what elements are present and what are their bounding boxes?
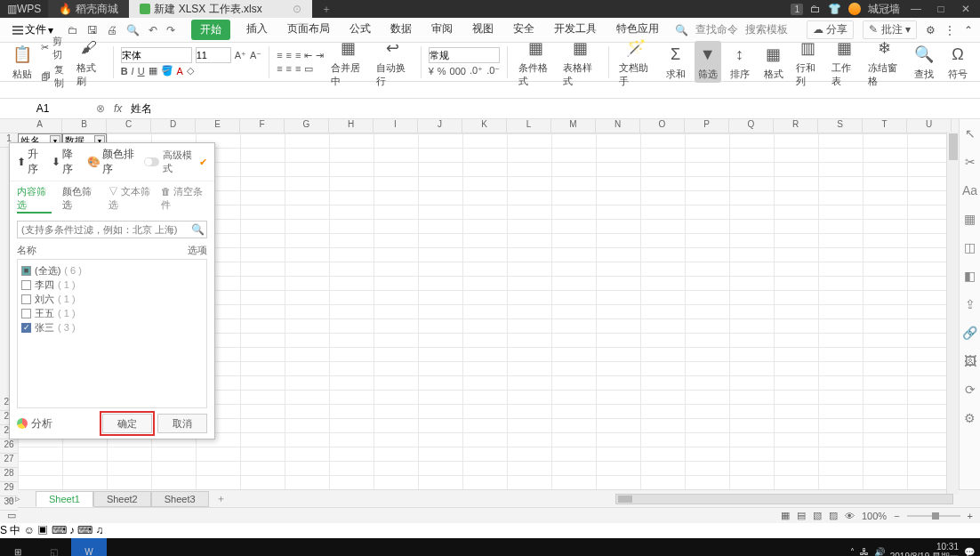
- text-filter-button[interactable]: ▽ 文本筛选: [108, 185, 155, 214]
- qat-preview-icon[interactable]: 🔍: [126, 24, 140, 36]
- side-pic-icon[interactable]: 🖼: [964, 354, 976, 368]
- col-header-F[interactable]: F: [240, 119, 285, 133]
- col-header-G[interactable]: G: [285, 119, 329, 133]
- analysis-button[interactable]: 分析: [17, 416, 52, 431]
- store-tab[interactable]: 🔥 稻壳商城: [48, 0, 129, 18]
- table-style[interactable]: ▦表格样式: [559, 36, 600, 88]
- color-filter-tab[interactable]: 颜色筛选: [62, 185, 97, 214]
- col-header-L[interactable]: L: [507, 119, 551, 133]
- freeze-button[interactable]: ❄冻结窗格: [864, 36, 905, 88]
- find-button[interactable]: 🔍查找: [909, 43, 939, 81]
- filter-item-2[interactable]: 刘六 ( 1 ): [21, 292, 203, 306]
- sogou-icon[interactable]: S: [0, 524, 7, 536]
- doc-helper[interactable]: 🪄文档助手: [615, 36, 656, 88]
- col-header-T[interactable]: T: [863, 119, 907, 133]
- add-sheet-button[interactable]: ＋: [209, 492, 233, 505]
- side-link-icon[interactable]: 🔗: [962, 326, 977, 340]
- fx-icon[interactable]: fx: [114, 102, 122, 115]
- view-custom-icon[interactable]: 👁: [845, 511, 855, 521]
- status-mode-icon[interactable]: ▭: [7, 510, 16, 521]
- dec-inc-icon[interactable]: .0⁺: [470, 65, 483, 77]
- filter-checkbox[interactable]: ✓: [21, 323, 31, 333]
- side-settings-icon[interactable]: ⚙: [964, 411, 976, 425]
- sort-desc-button[interactable]: ⬇ 降序: [52, 147, 79, 177]
- notification-badge[interactable]: 1: [791, 4, 803, 15]
- tray-up-icon[interactable]: ˄: [850, 547, 855, 557]
- border-button[interactable]: ▦: [149, 65, 157, 77]
- bold-button[interactable]: B: [121, 66, 128, 77]
- filter-checkbox[interactable]: [21, 309, 31, 318]
- filter-checkbox[interactable]: [21, 280, 31, 290]
- zoom-out-button[interactable]: −: [894, 511, 899, 521]
- sort-button[interactable]: ↕排序: [725, 43, 755, 81]
- ok-button[interactable]: 确定: [102, 414, 152, 433]
- taskbar-clock[interactable]: 10:31 2019/8/19 星期一: [890, 542, 959, 556]
- worksheet-button[interactable]: ▦工作表: [828, 36, 861, 88]
- col-header-U[interactable]: U: [907, 119, 952, 133]
- font-name-input[interactable]: [121, 47, 192, 63]
- new-tab-button[interactable]: ＋: [312, 2, 341, 17]
- tray-network-icon[interactable]: 🖧: [860, 547, 869, 557]
- col-header-Q[interactable]: Q: [729, 119, 774, 133]
- view-page-icon[interactable]: ▤: [797, 510, 806, 521]
- filter-item-4[interactable]: ✓张三 ( 3 ): [21, 320, 203, 334]
- indent-inc-icon[interactable]: ⇥: [316, 50, 324, 61]
- row-header-26[interactable]: 26: [0, 439, 18, 454]
- conditional-format[interactable]: ▦条件格式: [515, 36, 556, 88]
- advanced-help-icon[interactable]: ✔: [199, 157, 207, 168]
- rowcol-button[interactable]: ▥行和列: [792, 36, 825, 88]
- col-header-M[interactable]: M: [551, 119, 596, 133]
- align-center-icon[interactable]: ≡: [286, 63, 292, 74]
- sort-asc-button[interactable]: ⬆ 升序: [17, 147, 44, 177]
- copy-button[interactable]: 🗐 复制: [41, 63, 69, 90]
- filter-checkbox[interactable]: [21, 294, 31, 304]
- vertical-scrollbar[interactable]: [946, 132, 959, 495]
- col-header-J[interactable]: J: [418, 119, 462, 133]
- search-template[interactable]: 搜索模板: [745, 22, 788, 37]
- advanced-toggle[interactable]: [144, 157, 159, 166]
- font-color-button[interactable]: A: [177, 66, 183, 77]
- symbol-button[interactable]: Ω符号: [943, 43, 973, 81]
- col-header-A[interactable]: A: [18, 119, 62, 133]
- comma-icon[interactable]: 000: [450, 66, 466, 77]
- font-size-input[interactable]: [196, 47, 231, 63]
- clear-format-button[interactable]: ◇: [187, 65, 194, 77]
- column-headers[interactable]: ABCDEFGHIJKLMNOPQRSTU: [18, 119, 959, 133]
- start-button[interactable]: ⊞: [0, 538, 36, 556]
- collapse-ribbon-icon[interactable]: ⌃: [964, 24, 973, 36]
- tab-layout[interactable]: 页面布局: [284, 20, 333, 40]
- row-header-27[interactable]: 27: [0, 454, 18, 468]
- formula-input[interactable]: [131, 102, 973, 115]
- select-tool-icon[interactable]: ↖: [965, 126, 976, 141]
- filter-checkbox[interactable]: ■: [21, 266, 31, 276]
- side-table-icon[interactable]: ▦: [964, 212, 976, 226]
- align-top-icon[interactable]: ≡: [277, 50, 282, 60]
- cancel-fx-icon[interactable]: ⊗: [96, 102, 105, 115]
- currency-icon[interactable]: ¥: [429, 66, 434, 77]
- help-icon[interactable]: ⋮: [944, 24, 955, 36]
- col-header-R[interactable]: R: [774, 119, 818, 133]
- filter-item-0[interactable]: ■(全选) ( 6 ): [21, 263, 203, 278]
- wrap-text[interactable]: ↩自动换行: [373, 36, 414, 88]
- col-header-K[interactable]: K: [462, 119, 507, 133]
- clear-conditions-button[interactable]: 🗑 清空条件: [161, 185, 207, 214]
- merge-cells[interactable]: ▦合并居中: [327, 36, 368, 88]
- notification-center-icon[interactable]: 💬: [964, 547, 975, 557]
- taskview-button[interactable]: ◱: [36, 538, 71, 556]
- skin-icon[interactable]: 👕: [828, 3, 841, 15]
- side-share-icon[interactable]: ⇪: [965, 297, 976, 311]
- number-format-select[interactable]: [429, 47, 500, 63]
- filter-search-icon[interactable]: 🔍: [189, 223, 206, 236]
- qat-print-icon[interactable]: 🖨: [107, 24, 117, 36]
- name-box[interactable]: [7, 102, 78, 115]
- color-sort-button[interactable]: 🎨 颜色排序: [87, 147, 138, 177]
- align-left-icon[interactable]: ≡: [277, 63, 282, 74]
- format-painter[interactable]: 🖌格式刷: [73, 36, 106, 88]
- underline-button[interactable]: U: [138, 66, 145, 77]
- side-chart-icon[interactable]: ◧: [964, 269, 976, 283]
- row-header-28[interactable]: 28: [0, 468, 18, 482]
- italic-button[interactable]: I: [132, 66, 134, 77]
- tab-home[interactable]: 开始: [191, 20, 230, 40]
- sheet-tab-3[interactable]: Sheet3: [151, 491, 209, 507]
- col-header-B[interactable]: B: [62, 119, 107, 133]
